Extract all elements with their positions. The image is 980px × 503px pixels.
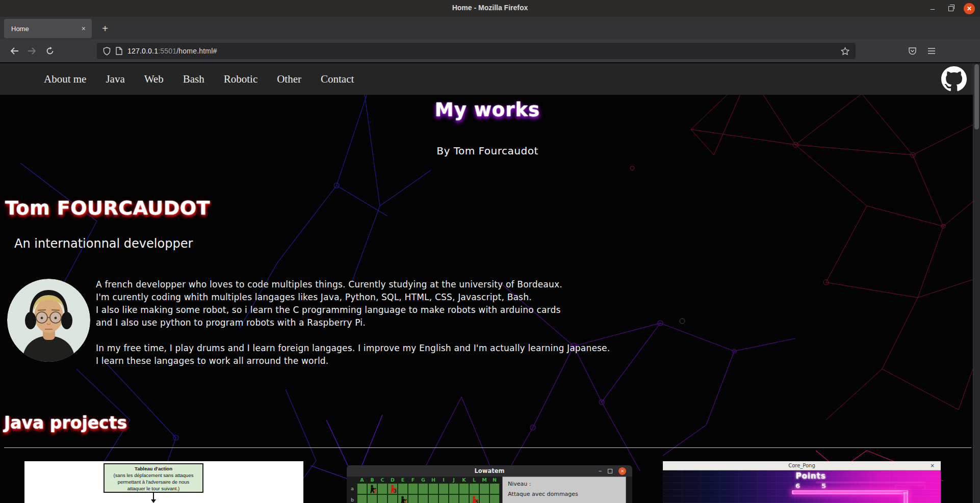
lowatem-cell-Cb[interactable] — [377, 494, 388, 503]
unit-strength: 5 — [475, 500, 478, 503]
lowatem-col-label: B — [367, 476, 377, 483]
bio-line: and I also use python to program robots … — [96, 316, 610, 329]
hamburger-icon — [927, 47, 936, 55]
lowatem-cell-Lb[interactable]: 5 — [469, 494, 479, 503]
new-tab-button[interactable]: + — [98, 21, 112, 36]
pong-neon-bar — [792, 490, 908, 494]
scrollbar-thumb[interactable] — [974, 64, 979, 129]
page-info-icon[interactable] — [116, 47, 122, 55]
bookmark-star-button[interactable] — [841, 47, 856, 56]
pong-close-icon: × — [931, 463, 935, 468]
pocket-button[interactable] — [905, 44, 920, 58]
lowatem-cell-Ja[interactable] — [449, 483, 459, 494]
lowatem-cell-Ia[interactable] — [439, 483, 449, 494]
url-text[interactable]: 127.0.0.1:5501/home.html# — [127, 47, 217, 55]
restore-icon — [948, 6, 953, 11]
lowatem-cell-Aa[interactable] — [357, 483, 367, 494]
minimize-button[interactable]: – — [927, 3, 938, 14]
lowatem-row-label: a — [351, 483, 357, 494]
lowatem-cell-Hb[interactable] — [428, 494, 439, 503]
tab-home[interactable]: Home × — [4, 19, 92, 38]
lowatem-grid: a23b15 — [351, 483, 500, 503]
github-link[interactable] — [941, 66, 967, 92]
lowatem-cell-Na[interactable] — [489, 483, 500, 494]
lowatem-cell-Gb[interactable] — [418, 494, 428, 503]
lowatem-cell-Ga[interactable] — [418, 483, 428, 494]
star-icon — [841, 47, 849, 56]
avatar — [7, 279, 90, 362]
nav-item-other[interactable]: Other — [277, 73, 301, 86]
nav-item-bash[interactable]: Bash — [183, 73, 204, 86]
lowatem-col-label: K — [459, 476, 469, 483]
bio-line: I'm curently coding whith multiples lang… — [96, 291, 610, 304]
url-bar[interactable]: 127.0.0.1:5501/home.html# — [97, 43, 856, 59]
lowatem-cell-Ea[interactable] — [398, 483, 408, 494]
pong-score-right: 5 — [821, 482, 826, 490]
lowatem-window-controls: – × — [599, 465, 626, 476]
maximize-button[interactable] — [945, 3, 957, 14]
forward-button[interactable] — [24, 44, 39, 58]
lowatem-cell-Nb[interactable] — [489, 494, 500, 503]
lowatem-cell-Fa[interactable] — [408, 483, 418, 494]
nav-item-about-me[interactable]: About me — [44, 73, 86, 86]
project-thumbnail-flowchart[interactable]: Tableau d'action (sans les déplacement s… — [24, 461, 303, 503]
lowatem-col-label: E — [398, 476, 408, 483]
lowatem-cell-Db[interactable] — [388, 494, 398, 503]
project-thumbnail-core-pong[interactable]: Core_Pong × Points 6 5 — [663, 461, 941, 503]
lowatem-window-title: Lowatem — [347, 467, 632, 474]
lowatem-cell-Ka[interactable] — [459, 483, 469, 494]
lowatem-grid-row: a23 — [351, 483, 500, 494]
lowatem-cell-Da[interactable]: 3 — [388, 483, 398, 494]
lowatem-cell-Ma[interactable] — [479, 483, 489, 494]
projects-row: Tableau d'action (sans les déplacement s… — [0, 461, 980, 503]
nav-item-contact[interactable]: Contact — [321, 73, 354, 86]
reload-button[interactable] — [43, 44, 57, 58]
lowatem-col-label: C — [377, 476, 388, 483]
lowatem-cell-Eb[interactable]: 1 — [398, 494, 408, 503]
lowatem-col-label: N — [489, 476, 500, 483]
lowatem-panel-title: Niveau : — [508, 481, 621, 487]
page-subtitle: By Tom Fourcaudot — [0, 145, 975, 157]
lowatem-cell-Ba[interactable]: 2 — [367, 483, 377, 494]
nav-item-java[interactable]: Java — [106, 73, 124, 86]
page-scrollbar[interactable] — [973, 63, 980, 503]
url-path: /home.html# — [176, 47, 217, 55]
lowatem-cell-Jb[interactable] — [449, 494, 459, 503]
portrait-photo — [7, 279, 90, 362]
project-thumbnail-lowatem[interactable]: Lowatem – × ABCDEFGHIJKLMN a23b15 Niveau… — [347, 465, 632, 503]
lowatem-cell-Ib[interactable] — [439, 494, 449, 503]
lowatem-info-panel: Niveau : Attaque avec dommages — [502, 476, 626, 503]
lowatem-cell-Ha[interactable] — [428, 483, 439, 494]
lowatem-cell-Ab[interactable] — [357, 494, 367, 503]
bio-text: A french developper who loves to code mu… — [96, 278, 610, 367]
pong-score-left: 6 — [795, 482, 800, 490]
lowatem-panel-text: Attaque avec dommages — [508, 491, 621, 497]
page-title: My works — [0, 99, 975, 121]
lowatem-cell-La[interactable] — [469, 483, 479, 494]
java-projects-heading: Java projects — [4, 413, 127, 433]
lowatem-cell-Kb[interactable] — [459, 494, 469, 503]
lowatem-cell-Ca[interactable] — [377, 483, 388, 494]
navigation-toolbar: 127.0.0.1:5501/home.html# — [0, 39, 980, 63]
site-navbar: About me Java Web Bash Robotic Other Con… — [0, 63, 980, 95]
shield-icon[interactable] — [103, 47, 111, 56]
lowatem-cell-Mb[interactable] — [479, 494, 489, 503]
lowatem-grid-row: b15 — [351, 494, 500, 503]
lowatem-cell-Fb[interactable] — [408, 494, 418, 503]
close-button[interactable]: ✕ — [964, 3, 975, 14]
page-viewport: About me Java Web Bash Robotic Other Con… — [0, 63, 980, 503]
tab-close-icon[interactable]: × — [82, 24, 92, 33]
flowchart-arrow — [153, 493, 154, 500]
bio-line: In my free time, I play drums and I lear… — [96, 342, 610, 355]
menu-button[interactable] — [924, 44, 939, 58]
url-host: 127.0.0.1 — [127, 47, 158, 55]
nav-item-robotic[interactable]: Robotic — [224, 73, 258, 86]
bio-line: I also like making some robot, so i lear… — [96, 304, 610, 316]
back-button[interactable] — [7, 44, 21, 58]
bio-line: A french developper who loves to code mu… — [96, 278, 610, 291]
flowchart-line: attaquer le tour suivant.) — [105, 485, 202, 492]
lowatem-cell-Bb[interactable] — [367, 494, 377, 503]
nav-item-web[interactable]: Web — [144, 73, 164, 86]
lowatem-col-label: G — [418, 476, 428, 483]
pong-neon-reflection — [895, 485, 925, 490]
